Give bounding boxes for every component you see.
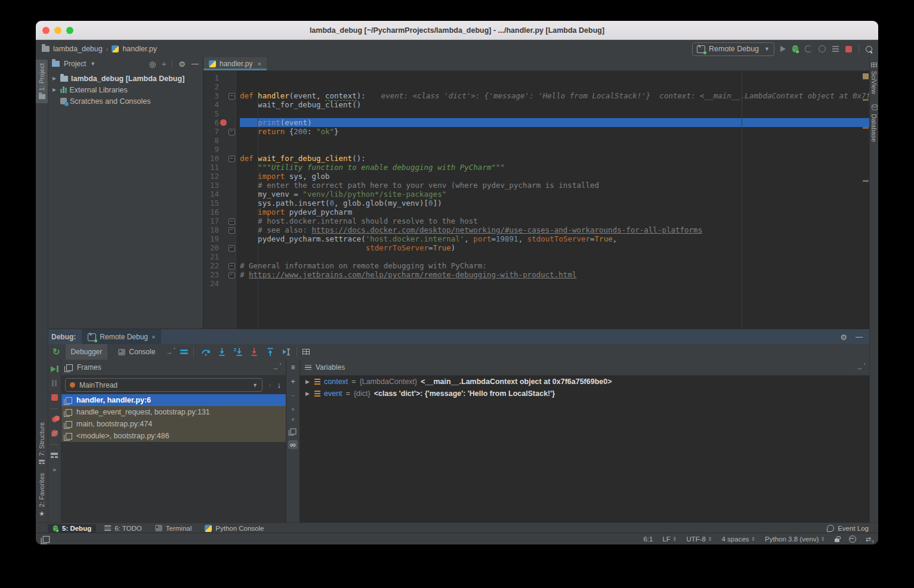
menu-icon[interactable]: ≡ (291, 363, 295, 372)
stripe-mark[interactable] (863, 127, 869, 129)
gutter-line-12[interactable]: 12 (203, 172, 236, 181)
view-breakpoints-button[interactable] (52, 417, 57, 422)
force-step-into-icon[interactable] (249, 347, 259, 357)
toolwindow-button--todo[interactable]: 6: TODO (100, 524, 147, 533)
pause-button[interactable] (52, 380, 57, 386)
expand-icon[interactable]: ▶ (305, 379, 311, 385)
gutter-line-9[interactable]: 9 (203, 145, 236, 154)
variable-row-event[interactable]: ▶event = {dict} <class 'dict'>: {'messag… (300, 388, 870, 400)
coverage-button[interactable] (819, 45, 826, 52)
stripe-mark[interactable] (863, 180, 869, 182)
code-editor[interactable]: def handler(event, context):event: <clas… (236, 71, 870, 351)
indent-select[interactable]: 4 spaces⇕ (722, 536, 756, 543)
close-tab-icon[interactable]: × (257, 60, 261, 67)
zoom-window-button[interactable] (66, 27, 73, 34)
run-with-coverage-button[interactable] (832, 46, 839, 52)
gutter-line-21[interactable]: 21 (203, 252, 236, 261)
tab-console[interactable]: Console (113, 344, 160, 360)
frame-row[interactable]: handle_event_request, bootstrap.py:131 (61, 406, 286, 418)
gutter-line-20[interactable]: 20⌐ (203, 243, 236, 252)
gutter-line-8[interactable]: 8 (203, 136, 236, 145)
gutter-line-7[interactable]: 7⌐ (203, 127, 236, 136)
gutter-line-18[interactable]: 18⌐ (203, 225, 236, 234)
more-actions-icon[interactable]: » (53, 466, 56, 473)
thread-select[interactable]: MainThread ▼ (65, 378, 263, 392)
breadcrumb-item[interactable]: lambda_debug (53, 45, 103, 53)
line-separator-select[interactable]: LF⇕ (662, 536, 677, 543)
sidebar-item-database[interactable]: Database (870, 104, 878, 142)
expand-icon[interactable]: ▶ (51, 76, 57, 81)
gutter-line-14[interactable]: 14 (203, 190, 236, 199)
breakpoint-icon[interactable] (220, 119, 227, 126)
breadcrumb-item[interactable]: handler.py (122, 45, 157, 53)
caret-position[interactable]: 6:1 (643, 536, 653, 543)
gutter-line-23[interactable]: 23⌐ (203, 270, 236, 279)
add-watch-button[interactable]: + (291, 377, 295, 386)
step-over-icon[interactable] (201, 347, 211, 357)
event-log-button[interactable]: Event Log (827, 525, 878, 532)
frame-row[interactable]: main, bootstrap.py:474 (61, 418, 286, 430)
tab-remote-debug-session[interactable]: Remote Debug × (82, 329, 161, 345)
move-up-icon[interactable]: ▲ (291, 406, 296, 411)
pin-icon[interactable]: → (856, 364, 865, 371)
tab-debugger[interactable]: Debugger (66, 344, 108, 360)
fold-open-icon[interactable]: − (229, 156, 235, 162)
stop-button[interactable] (845, 46, 852, 52)
gutter-line-13[interactable]: 13 (203, 181, 236, 190)
fold-close-icon[interactable]: ⌐ (229, 245, 235, 252)
gutter-line-2[interactable]: 2 (203, 82, 236, 91)
gutter-line-17[interactable]: 17− (203, 216, 236, 225)
sidebar-item-structure[interactable]: 7: Structure (38, 422, 45, 465)
move-down-icon[interactable]: ▼ (291, 417, 296, 423)
hide-panel-icon[interactable]: — (192, 60, 199, 68)
frame-row[interactable]: <module>, bootstrap.py:486 (61, 430, 286, 442)
hide-panel-icon[interactable]: — (856, 333, 863, 341)
sidebar-item-favorites[interactable]: 2: Favorites ★ (38, 473, 45, 518)
pin-tab-icon[interactable]: → (166, 348, 175, 355)
fold-open-icon[interactable]: − (229, 218, 235, 225)
encoding-select[interactable]: UTF-8⇕ (686, 536, 712, 543)
tool-window-switcher-icon[interactable] (43, 536, 50, 543)
resume-button[interactable] (51, 366, 58, 372)
pin-icon[interactable]: → (272, 364, 281, 371)
search-everywhere-button[interactable] (866, 46, 872, 52)
rerun-button[interactable]: ↻ (53, 346, 60, 357)
gutter-line-5[interactable]: 5 (203, 109, 236, 118)
tab-handler-py[interactable]: handler.py × (203, 57, 267, 70)
close-icon[interactable]: × (152, 333, 155, 341)
toolwindow-button--debug[interactable]: 5: Debug (48, 524, 96, 533)
gutter-line-6[interactable]: 6 (203, 118, 236, 127)
fold-close-icon[interactable]: ⌐ (229, 227, 235, 234)
gutter-line-19[interactable]: 19 (203, 234, 236, 243)
gutter-line-4[interactable]: 4 (203, 100, 236, 109)
profiler-button[interactable] (805, 45, 812, 52)
editor-gutter[interactable]: 123−4567⌐8910−11121314151617−18⌐1920⌐212… (203, 71, 236, 351)
run-configuration-select[interactable]: Remote Debug ▼ (692, 42, 774, 56)
previous-frame-icon[interactable]: ↑ (268, 380, 272, 389)
step-out-icon[interactable] (265, 347, 275, 357)
sync-status-icon[interactable]: ⇄ (866, 536, 871, 543)
gutter-line-16[interactable]: 16 (203, 208, 236, 216)
run-to-cursor-icon[interactable] (282, 347, 291, 357)
step-into-icon[interactable] (217, 347, 227, 357)
ide-errors-icon[interactable] (849, 536, 856, 543)
fold-open-icon[interactable]: − (229, 263, 235, 270)
evaluate-expression-toggle[interactable]: ∞ (288, 440, 297, 449)
expand-icon[interactable]: ▶ (305, 391, 311, 397)
step-into-my-code-icon[interactable] (233, 347, 243, 357)
gutter-line-22[interactable]: 22− (203, 261, 236, 270)
locate-file-icon[interactable]: ◎ (149, 60, 156, 69)
gear-icon[interactable]: ⚙ (178, 60, 186, 69)
expand-icon[interactable]: ▶ (51, 87, 57, 92)
tree-item-external[interactable]: ▶External Libraries (48, 84, 203, 95)
toolwindow-button-python-console[interactable]: Python Console (200, 524, 268, 533)
gutter-line-15[interactable]: 15 (203, 199, 236, 208)
fold-close-icon[interactable]: ⌐ (229, 272, 235, 278)
run-button[interactable] (780, 46, 786, 52)
inspection-indicator[interactable] (863, 73, 869, 79)
variable-row-context[interactable]: ▶context = {LambdaContext} <__main__.Lam… (300, 376, 870, 388)
toolwindow-button-terminal[interactable]: Terminal (150, 524, 196, 533)
lock-icon[interactable] (835, 539, 839, 542)
sidebar-item-sciview[interactable]: SciView (870, 62, 878, 94)
frame-row[interactable]: handler, handler.py:6 (61, 394, 286, 406)
